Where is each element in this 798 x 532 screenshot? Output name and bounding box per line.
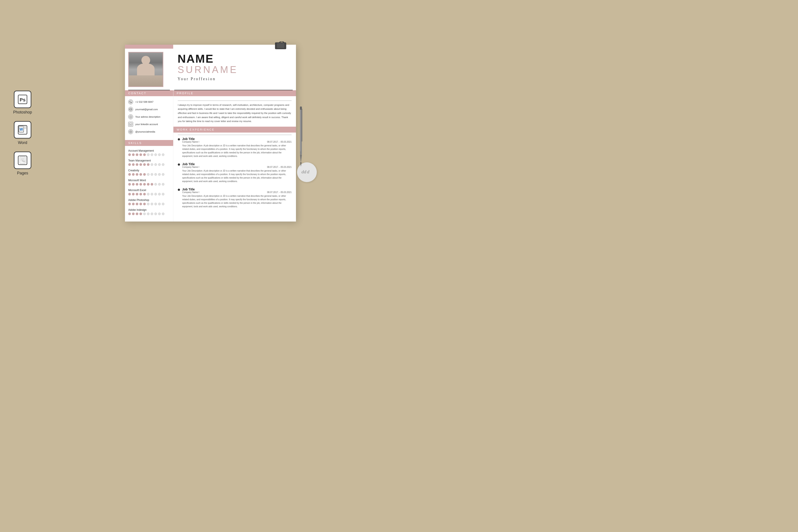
dot (162, 193, 164, 195)
dot (143, 163, 146, 166)
dot (136, 203, 138, 205)
skill-dots-3 (128, 183, 170, 186)
photoshop-icon-box: Ps (14, 91, 31, 108)
dot (151, 173, 153, 176)
dot (128, 153, 131, 156)
profile-photo (128, 52, 163, 87)
dot (147, 203, 149, 205)
skill-dots-1 (128, 163, 170, 166)
job-dates-3: 08.07.2017. - 05.03.2021 (267, 191, 292, 193)
dot (154, 183, 157, 186)
skill-creativity: Creativity (128, 169, 170, 176)
job-item-3: Job Title Company Name I 08.07.2017. - 0… (178, 188, 292, 208)
skill-name-4: Microsoft Excel (128, 189, 170, 192)
job-company-2: Company Name I (182, 166, 199, 168)
dot (154, 193, 157, 195)
svg-marker-32 (300, 155, 302, 164)
instagram-icon (128, 129, 133, 134)
app-word[interactable]: W Word (14, 121, 31, 145)
pages-icon-box (14, 152, 31, 169)
skill-dots-4 (128, 193, 170, 195)
skill-name-2: Creativity (128, 169, 170, 172)
dot (147, 183, 149, 186)
contact-address: Your adress description (128, 114, 170, 119)
address-text: Your adress description (135, 115, 161, 118)
dot (151, 153, 153, 156)
accent-left (125, 45, 173, 49)
skill-ms-word: Microsoft Word (128, 179, 170, 186)
dot (158, 183, 161, 186)
dot (147, 193, 149, 195)
job-title-3: Job Title (182, 188, 292, 191)
dot (128, 173, 131, 176)
svg-text:dd: dd (301, 169, 307, 174)
dot (158, 193, 161, 195)
svg-rect-7 (23, 128, 26, 129)
job-item-1: Job Title Company Name I 08.07.2017. - 0… (178, 137, 292, 158)
job-company-1: Company Name I (182, 141, 199, 143)
dot (143, 153, 146, 156)
dot (132, 203, 135, 205)
job-desc-3: Your Job Description- A job description … (182, 194, 292, 208)
dot (132, 163, 135, 166)
resume-document: NAME SURNAME Your Proffesion CONTACT (125, 45, 296, 222)
left-sidebar: Ps Photoshop W Word (13, 91, 32, 175)
dot (154, 203, 157, 205)
skill-name-6: Adobe Indesign (128, 208, 170, 211)
job-bullet-3 (178, 189, 180, 191)
dot (128, 183, 131, 186)
dot (158, 173, 161, 176)
dot (143, 193, 146, 195)
dot (140, 212, 142, 215)
contact-instagram: @yoursocialmedia (128, 129, 170, 134)
dot (158, 153, 161, 156)
dot (136, 153, 138, 156)
skill-dots-0 (128, 153, 170, 156)
dot (154, 153, 157, 156)
skill-account-management: Account Management (128, 149, 170, 156)
top-accent-bar (125, 45, 296, 49)
dot (154, 173, 157, 176)
dot (147, 173, 149, 176)
skill-name-1: Team Management (128, 159, 170, 162)
svg-rect-5 (23, 126, 26, 127)
dot (162, 203, 164, 205)
work-section: Job Title Company Name I 08.07.2017. - 0… (173, 133, 296, 216)
app-pages[interactable]: Pages (14, 152, 31, 175)
skill-name-3: Microsoft Word (128, 179, 170, 182)
email-icon (128, 107, 133, 112)
svg-text:Ps: Ps (20, 97, 26, 102)
dot (140, 183, 142, 186)
svg-text:W: W (19, 128, 23, 131)
dot (136, 193, 138, 195)
word-label: Word (18, 140, 27, 145)
app-photoshop[interactable]: Ps Photoshop (13, 91, 32, 115)
dot (151, 163, 153, 166)
dot (154, 163, 157, 166)
skill-team-management: Team Management (128, 159, 170, 166)
dot (162, 163, 164, 166)
dot (140, 193, 142, 195)
ps-svg: Ps (17, 94, 28, 105)
instagram-text: @yoursocialmedia (135, 130, 155, 133)
profile-header: PROFILE (173, 90, 296, 96)
skill-adobe-indesign: Adobe Indesign (128, 208, 170, 215)
word-svg: W (17, 125, 28, 135)
profile-text: I always try to improve myself in terms … (178, 103, 292, 124)
dot (132, 212, 135, 215)
dot (162, 153, 164, 156)
header-divider-row (125, 87, 296, 90)
linkedin-text: your linkedin account (135, 123, 158, 126)
dot (136, 183, 138, 186)
dot (143, 183, 146, 186)
skills-header: SKILLS (125, 140, 173, 146)
dot (140, 163, 142, 166)
dot (143, 203, 146, 205)
dot (132, 153, 135, 156)
dot (158, 163, 161, 166)
job-desc-1: Your Job Description- A job description … (182, 144, 292, 158)
pages-svg (17, 155, 28, 166)
dot (154, 212, 157, 215)
profile-section: I always try to improve myself in terms … (173, 96, 296, 127)
body-columns: CONTACT +1 532 598 6847 (125, 90, 296, 222)
